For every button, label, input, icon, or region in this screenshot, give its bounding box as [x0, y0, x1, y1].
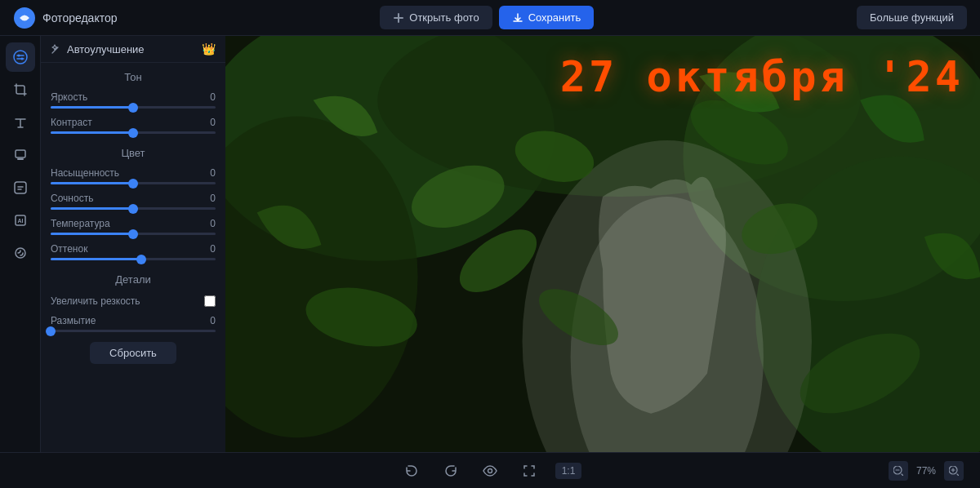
brightness-control: Яркость 0 [41, 88, 225, 112]
temperature-value: 0 [210, 218, 216, 229]
sliders-icon [13, 50, 28, 64]
sharpen-label: Увеличить резкость [51, 295, 140, 307]
adjustments-panel: Автоулучшение 👑 Тон Яркость 0 Контраст 0 [41, 36, 225, 452]
tint-label: Оттенок [51, 243, 87, 255]
tone-section-title: Тон [41, 63, 225, 88]
overlay-date-text: 27 октября '24 [560, 52, 964, 101]
blur-label: Размытие [51, 315, 96, 326]
details-section-title: Детали [41, 265, 225, 291]
download-icon [512, 12, 523, 24]
auto-enhance-bar: Автоулучшение 👑 [41, 36, 225, 63]
app-logo-icon [13, 7, 36, 29]
undo-button[interactable] [399, 458, 425, 484]
svg-point-1 [14, 51, 27, 64]
bottom-bar: 1:1 77% [0, 452, 980, 488]
text-icon [13, 115, 28, 130]
blur-control: Размытие 0 [41, 312, 225, 335]
preview-button[interactable] [477, 458, 503, 484]
reset-button[interactable]: Сбросить [90, 342, 176, 364]
svg-rect-6 [15, 182, 26, 193]
svg-text:AI: AI [17, 218, 23, 224]
sharpen-toggle-row: Увеличить резкость [41, 291, 225, 312]
contrast-slider[interactable] [51, 131, 216, 134]
app-title: Фоторедактор [42, 11, 118, 24]
main-area: AI Автоулучшение 👑 Тон Яркость [0, 36, 980, 452]
fullscreen-button[interactable] [516, 458, 542, 484]
temperature-control: Температура 0 [41, 215, 225, 238]
sticker-icon [13, 180, 28, 195]
saturation-control: Насыщенность 0 [41, 164, 225, 188]
crop-icon [13, 82, 28, 97]
contrast-value: 0 [210, 117, 216, 128]
saturation-value: 0 [210, 167, 216, 179]
juiciness-slider[interactable] [51, 207, 216, 210]
text-tool-button[interactable] [6, 108, 35, 137]
app-header: Фоторедактор Открыть фото Сохранить Боль… [0, 0, 980, 36]
svg-point-26 [488, 468, 492, 472]
svg-rect-4 [16, 150, 25, 157]
juiciness-label: Сочность [51, 193, 93, 204]
filters-icon [13, 246, 28, 260]
header-left: Фоторедактор [13, 7, 118, 29]
undo-icon [404, 464, 419, 478]
blur-slider[interactable] [51, 330, 216, 332]
plus-icon [393, 12, 404, 24]
adjustments-tool-button[interactable] [6, 42, 35, 72]
contrast-label: Контраст [51, 117, 92, 128]
svg-rect-5 [17, 158, 24, 160]
sharpen-checkbox[interactable] [204, 295, 216, 307]
zoom-out-icon [893, 466, 903, 476]
ratio-badge: 1:1 [555, 463, 582, 479]
photo-background: 27 октября '24 [225, 36, 980, 452]
crop-tool-button[interactable] [6, 75, 35, 104]
color-section-title: Цвет [41, 139, 225, 164]
more-features-button[interactable]: Больше функций [857, 6, 967, 29]
contrast-control: Контраст 0 [41, 113, 225, 137]
auto-enhance-label: Автоулучшение [67, 43, 197, 55]
svg-point-9 [16, 248, 25, 258]
tint-control: Оттенок 0 [41, 240, 225, 264]
stickers-tool-button[interactable] [6, 173, 35, 202]
temperature-label: Температура [51, 218, 110, 229]
svg-point-2 [17, 55, 20, 57]
icon-bar: AI [0, 36, 41, 452]
zoom-value: 77% [913, 465, 939, 477]
brightness-label: Яркость [51, 91, 87, 103]
zoom-in-icon [949, 466, 959, 476]
juiciness-control: Сочность 0 [41, 189, 225, 213]
juiciness-value: 0 [210, 193, 216, 204]
zoom-out-button[interactable] [889, 461, 908, 481]
blur-value: 0 [210, 315, 216, 326]
open-photo-button[interactable]: Открыть фото [380, 6, 492, 29]
saturation-label: Насыщенность [51, 167, 119, 179]
tint-value: 0 [210, 243, 216, 255]
zoom-control: 77% [889, 461, 964, 481]
ai-tool-button[interactable]: AI [6, 206, 35, 235]
redo-icon [443, 464, 458, 478]
svg-point-3 [20, 58, 23, 60]
ai-icon: AI [13, 213, 28, 228]
zoom-in-button[interactable] [944, 461, 964, 481]
redo-button[interactable] [438, 458, 464, 484]
canvas-area: 27 октября '24 [225, 36, 980, 452]
layers-icon [13, 148, 28, 162]
brightness-value: 0 [210, 91, 216, 103]
wand-icon [51, 43, 62, 55]
save-button[interactable]: Сохранить [499, 6, 595, 29]
fullscreen-icon [522, 464, 537, 478]
tint-slider[interactable] [51, 258, 216, 260]
layers-tool-button[interactable] [6, 140, 35, 170]
filters-tool-button[interactable] [6, 238, 35, 268]
saturation-slider[interactable] [51, 182, 216, 184]
header-center: Открыть фото Сохранить [380, 6, 594, 29]
brightness-slider[interactable] [51, 106, 216, 109]
crown-icon: 👑 [202, 42, 216, 55]
eye-icon [483, 464, 497, 478]
temperature-slider[interactable] [51, 233, 216, 235]
